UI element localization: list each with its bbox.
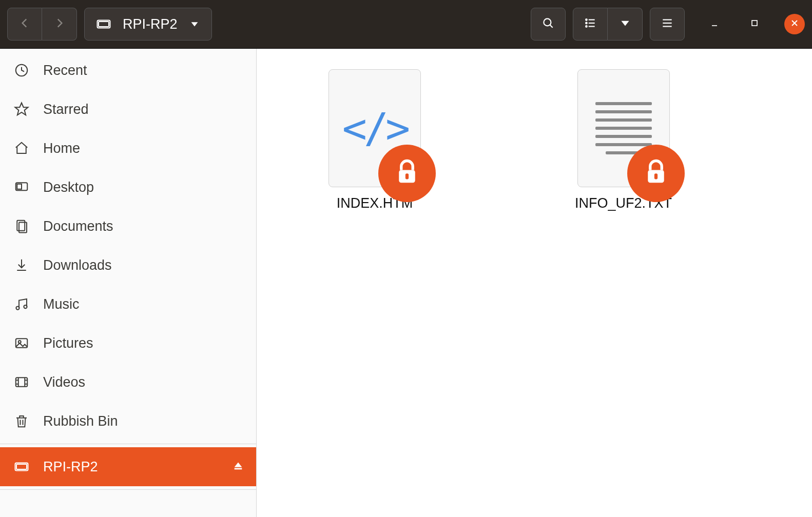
music-icon xyxy=(12,296,31,312)
file-item[interactable]: INFO_UF2.TXT xyxy=(575,69,672,211)
hamburger-menu-button[interactable] xyxy=(650,8,685,41)
sidebar-item-label: Rubbish Bin xyxy=(43,413,118,429)
svg-marker-2 xyxy=(191,22,198,26)
sidebar-item-label: Home xyxy=(43,141,80,156)
hamburger-icon xyxy=(661,16,674,32)
sidebar-mount-rpi-rp2[interactable]: RPI-RP2 xyxy=(0,447,256,486)
maximize-button[interactable] xyxy=(744,14,765,34)
header-bar: RPI-RP2 xyxy=(0,0,812,49)
home-icon xyxy=(12,141,31,156)
file-thumbnail xyxy=(577,69,670,187)
text-file-icon xyxy=(595,102,652,154)
list-view-button[interactable] xyxy=(573,8,608,41)
lock-badge xyxy=(627,145,685,202)
lock-icon xyxy=(393,158,421,188)
svg-line-4 xyxy=(550,25,552,27)
sidebar-separator xyxy=(0,489,256,490)
svg-rect-41 xyxy=(16,464,27,469)
videos-icon xyxy=(12,374,31,390)
back-button[interactable] xyxy=(7,8,42,41)
path-dropdown-icon[interactable] xyxy=(189,18,200,30)
sidebar-item-label: Music xyxy=(43,296,80,312)
maximize-icon xyxy=(749,18,760,30)
drive-icon xyxy=(96,16,111,32)
search-button[interactable] xyxy=(531,8,566,41)
trash-icon xyxy=(12,413,31,429)
minimize-icon xyxy=(709,18,720,30)
sidebar-item-home[interactable]: Home xyxy=(0,129,256,168)
svg-point-3 xyxy=(544,18,551,26)
desktop-icon xyxy=(12,180,31,195)
eject-icon xyxy=(233,459,244,474)
chevron-right-icon xyxy=(53,16,66,32)
svg-rect-16 xyxy=(752,21,757,26)
svg-marker-42 xyxy=(235,462,242,467)
window-body: Recent Starred Home Desktop Documents xyxy=(0,49,812,517)
sidebar-item-downloads[interactable]: Downloads xyxy=(0,246,256,285)
sidebar-item-label: Documents xyxy=(43,218,113,234)
svg-point-5 xyxy=(586,19,587,21)
svg-rect-31 xyxy=(16,377,28,387)
close-icon xyxy=(789,18,800,30)
sidebar-item-label: Downloads xyxy=(43,257,112,273)
sidebar-item-recent[interactable]: Recent xyxy=(0,51,256,90)
sidebar: Recent Starred Home Desktop Documents xyxy=(0,49,257,517)
svg-rect-47 xyxy=(654,173,657,179)
lock-icon xyxy=(642,158,670,188)
file-thumbnail: </> xyxy=(328,69,421,187)
search-icon xyxy=(542,16,555,32)
file-item[interactable]: </> INDEX.HTM xyxy=(328,69,421,211)
download-icon xyxy=(12,257,31,273)
documents-icon xyxy=(12,218,31,234)
close-button[interactable] xyxy=(784,14,805,34)
eject-button[interactable] xyxy=(233,459,244,475)
lock-badge xyxy=(378,145,436,202)
view-mode-group xyxy=(573,8,643,41)
minimize-button[interactable] xyxy=(704,14,725,34)
list-icon xyxy=(584,16,597,32)
nav-back-forward-group xyxy=(7,8,77,41)
path-bar[interactable]: RPI-RP2 xyxy=(84,8,212,41)
sidebar-item-desktop[interactable]: Desktop xyxy=(0,168,256,207)
sidebar-item-label: RPI-RP2 xyxy=(43,459,98,475)
svg-point-27 xyxy=(16,306,19,309)
svg-rect-45 xyxy=(405,173,409,179)
sidebar-item-label: Starred xyxy=(43,102,89,117)
path-location-label: RPI-RP2 xyxy=(123,16,178,32)
sidebar-item-videos[interactable]: Videos xyxy=(0,363,256,402)
chevron-down-icon xyxy=(618,16,632,32)
sidebar-item-pictures[interactable]: Pictures xyxy=(0,324,256,363)
sidebar-separator xyxy=(0,444,256,444)
sidebar-item-starred[interactable]: Starred xyxy=(0,90,256,129)
sidebar-item-label: Desktop xyxy=(43,180,94,195)
forward-button[interactable] xyxy=(42,8,77,41)
svg-point-9 xyxy=(586,26,587,27)
svg-point-7 xyxy=(586,23,587,24)
svg-rect-22 xyxy=(17,184,22,189)
file-grid[interactable]: </> INDEX.HTM xyxy=(257,49,812,517)
svg-rect-1 xyxy=(99,22,109,27)
svg-rect-43 xyxy=(235,468,242,469)
clock-icon xyxy=(12,63,31,78)
sidebar-item-label: Videos xyxy=(43,374,85,390)
sidebar-item-documents[interactable]: Documents xyxy=(0,207,256,246)
sidebar-item-music[interactable]: Music xyxy=(0,285,256,324)
view-options-button[interactable] xyxy=(608,8,643,41)
drive-icon xyxy=(12,459,31,474)
html-file-icon: </> xyxy=(342,105,408,152)
chevron-left-icon xyxy=(18,16,31,32)
svg-marker-20 xyxy=(15,103,28,115)
pictures-icon xyxy=(12,335,31,351)
star-icon xyxy=(12,102,31,117)
svg-marker-11 xyxy=(621,21,629,26)
sidebar-item-label: Pictures xyxy=(43,335,93,351)
sidebar-item-label: Recent xyxy=(43,63,87,78)
svg-point-28 xyxy=(24,305,27,308)
svg-rect-29 xyxy=(16,339,28,348)
sidebar-item-trash[interactable]: Rubbish Bin xyxy=(0,402,256,441)
